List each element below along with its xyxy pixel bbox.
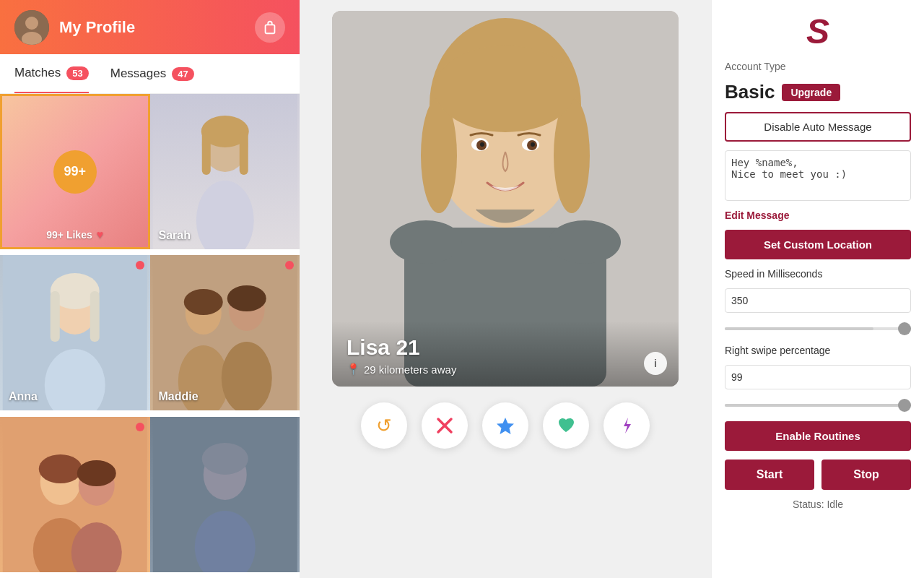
group1-cell[interactable] xyxy=(0,417,150,572)
speed-slider-fill xyxy=(725,327,873,330)
speed-slider-thumb[interactable] xyxy=(898,322,911,335)
undo-button[interactable]: ↺ xyxy=(361,402,407,449)
action-buttons: ↺ xyxy=(361,402,650,449)
superlike-button[interactable] xyxy=(482,402,528,449)
svg-point-50 xyxy=(549,220,621,264)
status-text: Status: Idle xyxy=(725,499,911,510)
svg-point-49 xyxy=(390,220,462,264)
my-profile-title: My Profile xyxy=(59,18,135,37)
svg-rect-14 xyxy=(90,291,100,342)
svg-marker-53 xyxy=(497,418,514,434)
messages-badge: 47 xyxy=(172,67,193,81)
anna-label: Anna xyxy=(9,390,38,403)
profile-card: Lisa 21 📍 29 kilometers away i xyxy=(332,11,679,387)
header: My Profile xyxy=(0,0,300,54)
tabs-bar: Matches 53 Messages 47 xyxy=(0,54,300,94)
svg-point-45 xyxy=(480,142,484,147)
matches-badge: 53 xyxy=(66,66,88,80)
tab-matches[interactable]: Matches 53 xyxy=(14,54,89,93)
svg-rect-3 xyxy=(266,25,275,33)
anna-notification-dot xyxy=(136,261,144,269)
boost-button[interactable] xyxy=(603,402,650,449)
middle-panel: Lisa 21 📍 29 kilometers away i ↺ xyxy=(300,0,711,578)
info-button[interactable]: i xyxy=(644,352,667,375)
sarah-cell[interactable]: Sarah xyxy=(150,94,300,249)
set-custom-location-button[interactable]: Set Custom Location xyxy=(725,230,911,259)
svg-point-33 xyxy=(201,443,248,475)
profile-photo: Lisa 21 📍 29 kilometers away i xyxy=(332,11,679,387)
likes-footer: 99+ Likes ♥ xyxy=(2,228,148,241)
matches-grid: 99+ 99+ Likes ♥ xyxy=(0,94,300,578)
tab-messages[interactable]: Messages 47 xyxy=(110,54,194,93)
app-logo: S xyxy=(806,14,829,49)
svg-rect-7 xyxy=(201,131,210,175)
auto-message-textarea[interactable] xyxy=(725,150,911,201)
dislike-button[interactable] xyxy=(422,402,468,449)
speed-slider-container xyxy=(725,322,911,336)
tab-messages-label: Messages xyxy=(110,66,166,81)
svg-point-1 xyxy=(25,17,38,30)
heart-icon: ♥ xyxy=(97,228,104,241)
profile-name: Lisa xyxy=(346,335,390,359)
right-panel: S Account Type Basic Upgrade Disable Aut… xyxy=(711,0,924,578)
edit-message-link[interactable]: Edit Message xyxy=(725,210,911,221)
profile-distance: 📍 29 kilometers away xyxy=(346,363,664,376)
tab-matches-label: Matches xyxy=(14,66,61,80)
sarah-label: Sarah xyxy=(159,229,191,242)
bag-icon-button[interactable] xyxy=(255,12,285,43)
speed-slider-track xyxy=(725,327,911,330)
svg-point-28 xyxy=(39,454,82,483)
svg-point-21 xyxy=(183,289,222,315)
swipe-label: Right swipe percentage xyxy=(725,345,911,356)
swipe-slider-fill xyxy=(725,404,909,407)
svg-point-22 xyxy=(227,285,266,311)
svg-rect-13 xyxy=(51,291,60,342)
like-button[interactable] xyxy=(543,402,589,449)
logo-area: S xyxy=(725,14,911,49)
swipe-slider-thumb[interactable] xyxy=(898,399,911,412)
swipe-slider-container xyxy=(725,398,911,413)
group1-notification-dot xyxy=(136,423,144,431)
maddie-label: Maddie xyxy=(159,390,199,403)
svg-marker-54 xyxy=(624,418,631,434)
left-panel: My Profile Matches 53 Messages 47 99+ 99… xyxy=(0,0,300,578)
upgrade-button[interactable]: Upgrade xyxy=(782,84,840,101)
location-icon: 📍 xyxy=(346,363,360,376)
svg-rect-8 xyxy=(239,131,248,175)
stop-button[interactable]: Stop xyxy=(821,460,911,490)
account-type-label: Account Type xyxy=(725,61,911,72)
speed-label: Speed in Milliseconds xyxy=(725,268,911,280)
enable-routines-button[interactable]: Enable Routines xyxy=(725,421,911,451)
svg-point-46 xyxy=(531,142,535,147)
header-left: My Profile xyxy=(14,10,135,45)
account-type-row: Basic Upgrade xyxy=(725,81,911,103)
disable-auto-message-button[interactable]: Disable Auto Message xyxy=(725,112,911,142)
profile-name-age: Lisa 21 xyxy=(346,335,664,360)
swipe-slider-track xyxy=(725,404,911,407)
likes-cell[interactable]: 99+ 99+ Likes ♥ xyxy=(0,94,150,249)
start-button[interactable]: Start xyxy=(725,460,814,490)
avatar[interactable] xyxy=(14,10,49,45)
speed-input[interactable] xyxy=(725,288,911,313)
anna-cell[interactable]: Anna xyxy=(0,255,150,410)
profile-info-overlay: Lisa 21 📍 29 kilometers away xyxy=(332,321,679,387)
maddie-cell[interactable]: Maddie xyxy=(150,255,300,410)
swipe-percentage-input[interactable] xyxy=(725,365,911,389)
account-basic-text: Basic xyxy=(725,81,775,103)
svg-point-29 xyxy=(77,460,116,486)
start-stop-row: Start Stop xyxy=(725,460,911,490)
group2-cell[interactable] xyxy=(150,417,300,572)
likes-count: 99+ xyxy=(53,150,97,194)
svg-point-40 xyxy=(435,46,576,132)
distance-text: 29 kilometers away xyxy=(364,363,456,376)
